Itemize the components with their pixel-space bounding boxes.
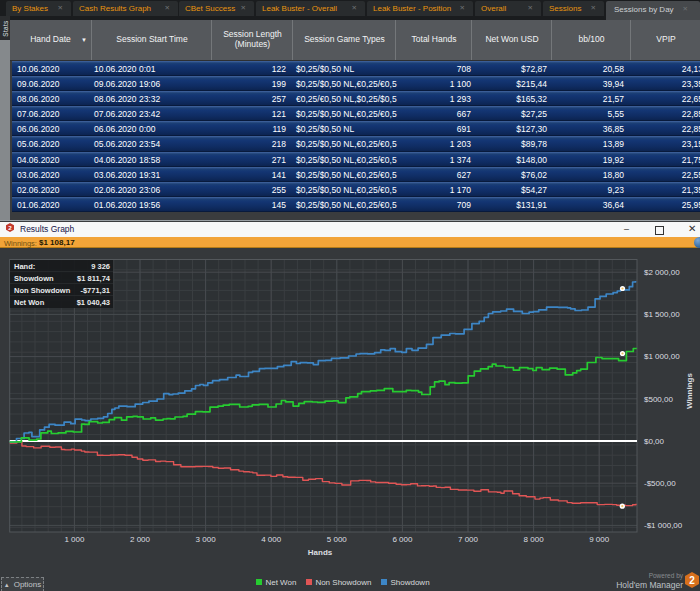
svg-text:$0,00: $0,00 (644, 437, 665, 446)
svg-text:Hands: Hands (308, 548, 333, 557)
svg-text:6 000: 6 000 (392, 535, 413, 544)
svg-text:Winnings: Winnings (685, 372, 694, 408)
svg-text:2: 2 (689, 575, 695, 586)
svg-text:$500,00: $500,00 (644, 395, 673, 404)
svg-text:5 000: 5 000 (327, 535, 348, 544)
svg-text:$1 000,00: $1 000,00 (644, 352, 680, 361)
svg-text:3 000: 3 000 (196, 535, 217, 544)
svg-text:9 000: 9 000 (589, 535, 610, 544)
svg-text:2: 2 (8, 224, 12, 231)
svg-text:8 000: 8 000 (524, 535, 545, 544)
svg-text:$1 500,00: $1 500,00 (644, 310, 680, 319)
svg-text:1 000: 1 000 (64, 535, 85, 544)
svg-text:7 000: 7 000 (458, 535, 479, 544)
svg-text:$2 000,00: $2 000,00 (644, 268, 680, 277)
svg-text:-$1 000,00: -$1 000,00 (644, 521, 683, 530)
svg-text:2 000: 2 000 (130, 535, 151, 544)
svg-text:4 000: 4 000 (261, 535, 282, 544)
svg-text:-$500,00: -$500,00 (644, 479, 676, 488)
